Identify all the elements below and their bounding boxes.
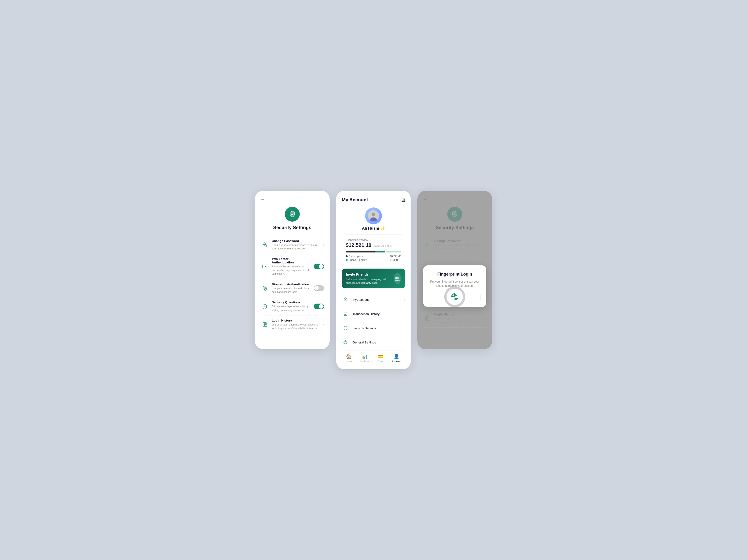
user-name: Ali Husni	[362, 226, 379, 231]
nav-statistics[interactable]: 📊 Statistics	[360, 354, 369, 363]
login-history-title: Login History	[272, 319, 320, 322]
progress-teal	[375, 250, 385, 252]
subscription-label: Subscription	[349, 255, 363, 258]
security-questions-icon	[260, 302, 269, 311]
invite-card[interactable]: Invite Friends Invite your friends to ma…	[342, 269, 405, 289]
2fa-icon	[260, 262, 269, 271]
progress-dark	[346, 250, 375, 252]
2fa-desc: Enhance the security of your account by …	[272, 265, 311, 275]
svg-rect-4	[265, 306, 265, 306]
spending-card: Spending Overview $12,521.10 From $20,00…	[342, 235, 405, 265]
cards-icon: 💳	[378, 354, 384, 359]
account-title: My Account	[342, 197, 368, 203]
screens-container: ← Security Settings Change Password	[255, 191, 492, 370]
nav-home[interactable]: 🏠 Home	[346, 354, 352, 363]
nav-account-label: Account	[392, 360, 401, 363]
settings-item-login-history[interactable]: Login History Log of all login attempts …	[260, 316, 324, 334]
2fa-title: Two-Factor Authentication	[272, 257, 311, 264]
settings-item-change-password[interactable]: Change Password Update your current pass…	[260, 236, 324, 254]
dot-teal	[346, 259, 347, 261]
svg-rect-2	[263, 265, 267, 268]
spending-progress-bar	[346, 250, 401, 252]
lock-icon	[260, 241, 269, 249]
screen-security-settings: ← Security Settings Change Password	[255, 191, 330, 349]
security-questions-title: Security Questions	[272, 300, 311, 304]
biometric-text: Biometric Authentication Use your device…	[272, 283, 311, 294]
fp-modal-title: Fingerprint Login	[429, 272, 481, 277]
sparkle-icon: ✨	[381, 226, 385, 231]
subscription-amount: $8,221.00	[390, 255, 401, 258]
login-history-chevron: ›	[323, 323, 324, 326]
screen-fingerprint: ← Security Settings Change Password Upda…	[417, 191, 492, 349]
change-password-desc: Update your current password to ensure y…	[272, 243, 320, 250]
security-questions-toggle[interactable]	[314, 303, 324, 309]
menu-chevron-4: ›	[404, 341, 405, 344]
shield-menu-icon	[342, 324, 349, 332]
spending-label: Spending Overview	[346, 238, 401, 241]
2fa-toggle[interactable]	[314, 264, 324, 269]
invite-desc-bold: $100	[365, 282, 371, 284]
nav-cards[interactable]: 💳 Cards	[378, 354, 384, 363]
svg-rect-3	[264, 306, 264, 306]
svg-point-16	[344, 298, 346, 300]
settings-item-biometric[interactable]: Biometric Authentication Use your device…	[260, 279, 324, 297]
menu-my-account-label: My Account	[353, 298, 401, 301]
menu-security-label: Security Settings	[353, 326, 401, 330]
login-history-icon	[260, 320, 269, 329]
2fa-text: Two-Factor Authentication Enhance the se…	[272, 257, 311, 275]
invite-text: Invite Friends Invite your friends to ma…	[346, 272, 394, 285]
menu-security-settings[interactable]: Security Settings ›	[342, 321, 405, 335]
shield-icon-s1	[285, 207, 300, 222]
menu-transaction-label: Transaction History	[353, 312, 401, 316]
person-icon	[342, 296, 349, 303]
family-label: Friend & Family	[349, 259, 367, 261]
invite-desc-after: each.	[371, 282, 378, 284]
menu-transaction-history[interactable]: Transaction History ›	[342, 307, 405, 321]
back-button-s1[interactable]: ←	[260, 197, 265, 202]
dot-dark	[346, 255, 347, 257]
settings-item-2fa[interactable]: Two-Factor Authentication Enhance the se…	[260, 254, 324, 279]
change-password-text: Change Password Update your current pass…	[272, 239, 320, 250]
screen-title-s1: Security Settings	[260, 225, 324, 230]
fp-scanner-wrap	[444, 286, 465, 307]
spending-amount-row: $12,521.10 From $20,000.00	[346, 242, 401, 248]
list-icon	[342, 310, 349, 318]
shield-icon-wrap-s1	[260, 207, 324, 222]
change-password-title: Change Password	[272, 239, 320, 243]
menu-list: My Account › Transaction History ›	[342, 293, 405, 349]
nav-home-label: Home	[346, 360, 352, 363]
legend-family: Friend & Family	[346, 259, 367, 261]
biometric-toggle[interactable]	[314, 285, 324, 291]
nav-account[interactable]: 👤 Account	[392, 354, 401, 363]
chevron-icon: ›	[323, 243, 324, 247]
security-questions-text: Security Questions Add an extra layer of…	[272, 300, 311, 312]
gear-icon	[342, 339, 349, 346]
login-history-text: Login History Log of all login attempts …	[272, 319, 320, 330]
menu-chevron-3: ›	[404, 326, 405, 330]
avatar	[365, 208, 382, 224]
avatar-wrap: Ali Husni ✨	[342, 208, 405, 231]
family-amount: $4,300.10	[390, 259, 401, 261]
biometric-desc: Use your device's biometric for a quick …	[272, 287, 311, 294]
menu-general-settings[interactable]: General Settings ›	[342, 335, 405, 349]
svg-point-8	[371, 213, 376, 216]
invite-desc: Invite your friends to managing their fi…	[346, 278, 394, 285]
account-header: My Account ⊞	[342, 197, 405, 203]
nav-cards-label: Cards	[378, 360, 384, 363]
progress-light	[386, 250, 401, 252]
account-icon: 👤	[393, 354, 400, 359]
qr-icon[interactable]: ⊞	[401, 197, 405, 203]
biometric-title: Biometric Authentication	[272, 283, 311, 286]
home-icon: 🏠	[346, 354, 352, 359]
menu-my-account[interactable]: My Account ›	[342, 293, 405, 307]
svg-point-18	[345, 342, 346, 343]
fp-scanner-outer	[444, 286, 465, 307]
svg-text:+: +	[399, 276, 400, 278]
menu-general-label: General Settings	[353, 341, 401, 344]
settings-item-security-questions[interactable]: Security Questions Add an extra layer of…	[260, 297, 324, 316]
menu-chevron-1: ›	[404, 298, 405, 301]
bottom-nav: 🏠 Home 📊 Statistics 💳 Cards 👤 Account	[342, 350, 405, 363]
login-history-desc: Log of all login attempts to your accoun…	[272, 323, 320, 330]
security-questions-desc: Add an extra layer of security by settin…	[272, 305, 311, 312]
nav-statistics-label: Statistics	[360, 360, 369, 363]
